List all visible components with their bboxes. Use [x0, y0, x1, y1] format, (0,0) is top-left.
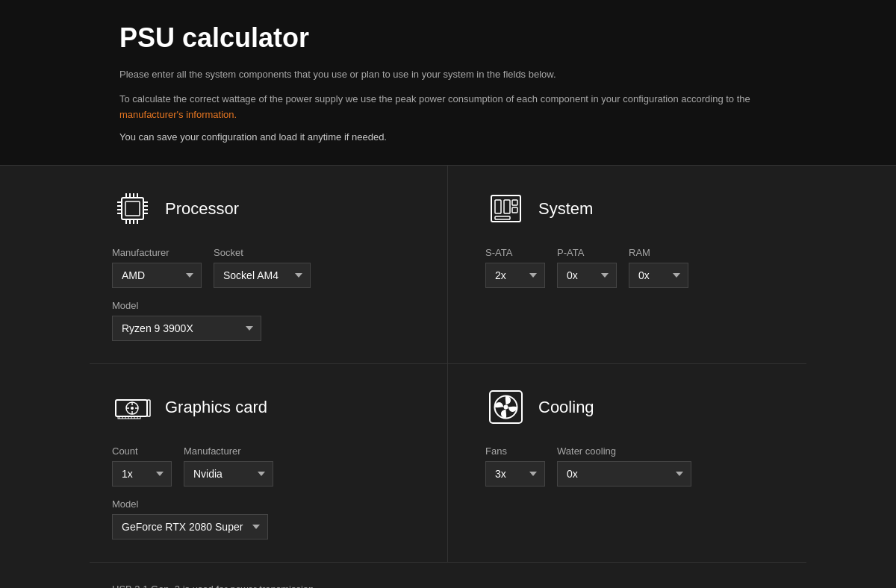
system-ram-group: RAM 0x 1x 2x 3x 4x [629, 247, 688, 288]
processor-model-label: Model [112, 300, 261, 311]
header: PSU calculator Please enter all the syst… [0, 0, 896, 166]
graphics-manufacturer-group: Manufacturer Nvidia AMD Intel [184, 445, 273, 487]
svg-rect-31 [147, 400, 150, 416]
system-sata-group: S-ATA 0x 1x 2x 3x 4x [485, 247, 545, 288]
system-ram-select[interactable]: 0x 1x 2x 3x 4x [629, 263, 688, 288]
cooling-fields: Fans 0x 1x 2x 3x 4x 5x Water cooling 0x … [485, 445, 784, 487]
system-header: System [485, 188, 784, 229]
system-fields: S-ATA 0x 1x 2x 3x 4x P-ATA 0x 1x 2x [485, 247, 784, 288]
manufacturer-link: manufacturer's information. [119, 109, 237, 120]
page-title: PSU calculator [119, 22, 777, 54]
processor-manufacturer-select[interactable]: AMD Intel [112, 263, 202, 288]
graphics-manufacturer-label: Manufacturer [184, 445, 273, 457]
graphics-count-select[interactable]: 1x 2x 3x [112, 461, 172, 487]
cooling-water-select[interactable]: 0x 120mm 240mm 280mm 360mm [557, 461, 691, 487]
system-sata-label: S-ATA [485, 247, 545, 258]
processor-model-select[interactable]: Ryzen 9 3900X Ryzen 7 3700X Ryzen 5 3600 [112, 316, 261, 341]
description-line1: Please enter all the system components t… [119, 67, 777, 83]
svg-rect-20 [504, 200, 510, 213]
svg-point-26 [131, 407, 134, 410]
processor-icon [112, 188, 153, 229]
graphics-card-section: Graphics card Count 1x 2x 3x Manufacture… [90, 364, 448, 563]
processor-manufacturer-label: Manufacturer [112, 247, 202, 258]
graphics-model-select[interactable]: GeForce RTX 2080 Super GeForce RTX 3080 … [112, 514, 268, 539]
usb-question-text: USB 3.1 Gen. 2 is used for power transmi… [112, 584, 784, 588]
components-grid: Processor Manufacturer AMD Intel Socket … [90, 166, 806, 588]
graphics-count-label: Count [112, 445, 172, 457]
graphics-model-label: Model [112, 498, 268, 510]
processor-model-group: Model Ryzen 9 3900X Ryzen 7 3700X Ryzen … [112, 300, 261, 341]
processor-title: Processor [165, 199, 239, 219]
graphics-fields: Count 1x 2x 3x Manufacturer Nvidia AMD I… [112, 445, 410, 539]
system-title: System [538, 199, 593, 219]
cooling-water-label: Water cooling [557, 445, 691, 457]
cooling-icon [485, 387, 526, 428]
svg-point-42 [504, 405, 508, 410]
usb-question: USB 3.1 Gen. 2 is used for power transmi… [112, 584, 784, 588]
graphics-header: Graphics card [112, 387, 410, 428]
processor-section: Processor Manufacturer AMD Intel Socket … [90, 166, 448, 364]
description-line2: To calculate the correct wattage of the … [119, 92, 777, 123]
svg-rect-22 [512, 200, 517, 205]
processor-socket-label: Socket [214, 247, 311, 258]
graphics-manufacturer-select[interactable]: Nvidia AMD Intel [184, 461, 273, 487]
system-ram-label: RAM [629, 247, 688, 258]
processor-socket-select[interactable]: Sockel AM4 AM5 LGA1700 [214, 263, 311, 288]
processor-header: Processor [112, 188, 410, 229]
processor-fields: Manufacturer AMD Intel Socket Sockel AM4… [112, 247, 410, 341]
system-sata-select[interactable]: 0x 1x 2x 3x 4x [485, 263, 545, 288]
system-icon [485, 188, 526, 229]
graphics-model-group: Model GeForce RTX 2080 Super GeForce RTX… [112, 498, 268, 539]
svg-rect-21 [495, 216, 510, 219]
save-note: You can save your configuration and load… [119, 131, 777, 143]
questions-section: USB 3.1 Gen. 2 is used for power transmi… [90, 563, 806, 588]
svg-rect-1 [125, 201, 140, 216]
cooling-fans-label: Fans [485, 445, 545, 457]
cooling-header: Cooling [485, 387, 784, 428]
processor-socket-group: Socket Sockel AM4 AM5 LGA1700 [214, 247, 311, 288]
svg-rect-23 [512, 207, 517, 213]
system-section: System S-ATA 0x 1x 2x 3x 4x P-ATA [448, 166, 806, 364]
system-pata-select[interactable]: 0x 1x 2x 3x [557, 263, 617, 288]
svg-rect-19 [495, 200, 501, 213]
cooling-water-group: Water cooling 0x 120mm 240mm 280mm 360mm [557, 445, 691, 487]
cooling-fans-select[interactable]: 0x 1x 2x 3x 4x 5x [485, 461, 545, 487]
cooling-section: Cooling Fans 0x 1x 2x 3x 4x 5x Water coo… [448, 364, 806, 563]
cooling-title: Cooling [538, 398, 594, 417]
graphics-title: Graphics card [165, 398, 267, 417]
graphics-card-icon [112, 387, 153, 428]
system-pata-group: P-ATA 0x 1x 2x 3x [557, 247, 617, 288]
graphics-count-group: Count 1x 2x 3x [112, 445, 172, 487]
cooling-fans-group: Fans 0x 1x 2x 3x 4x 5x [485, 445, 545, 487]
processor-manufacturer-group: Manufacturer AMD Intel [112, 247, 202, 288]
system-pata-label: P-ATA [557, 247, 617, 258]
main-content: Processor Manufacturer AMD Intel Socket … [0, 166, 896, 588]
